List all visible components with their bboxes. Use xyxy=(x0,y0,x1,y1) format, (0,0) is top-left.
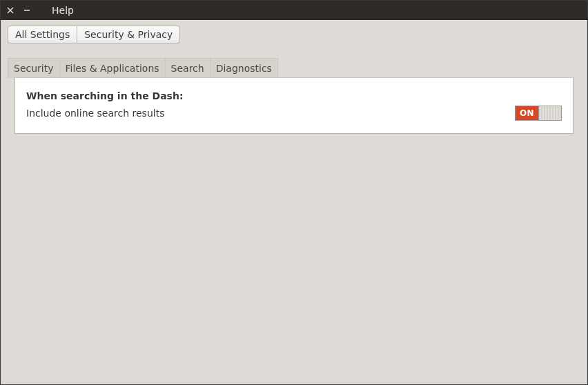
tab-diagnostics[interactable]: Diagnostics xyxy=(210,58,278,78)
option-label: Include online search results xyxy=(26,108,164,119)
tab-bar: Security Files & Applications Search Dia… xyxy=(1,46,587,141)
help-menu[interactable]: Help xyxy=(52,5,74,16)
online-search-toggle[interactable]: ON xyxy=(515,106,562,121)
settings-window: Help All Settings Security & Privacy Sec… xyxy=(0,0,588,385)
security-privacy-button[interactable]: Security & Privacy xyxy=(77,26,180,43)
window-titlebar: Help xyxy=(1,1,587,20)
tab-search[interactable]: Search xyxy=(166,58,210,78)
close-icon[interactable] xyxy=(5,5,16,16)
tab-files-applications[interactable]: Files & Applications xyxy=(60,58,166,78)
tab-content: When searching in the Dash: Include onli… xyxy=(14,77,574,134)
section-heading: When searching in the Dash: xyxy=(26,90,562,101)
all-settings-button[interactable]: All Settings xyxy=(8,26,77,43)
minimize-icon[interactable] xyxy=(21,5,32,16)
breadcrumb-buttons: All Settings Security & Privacy xyxy=(8,26,180,43)
toggle-on-label: ON xyxy=(516,106,539,120)
breadcrumb: All Settings Security & Privacy xyxy=(1,20,587,46)
option-row: Include online search results ON xyxy=(26,106,562,121)
toggle-knob xyxy=(539,106,561,120)
tab-security[interactable]: Security xyxy=(8,58,60,78)
